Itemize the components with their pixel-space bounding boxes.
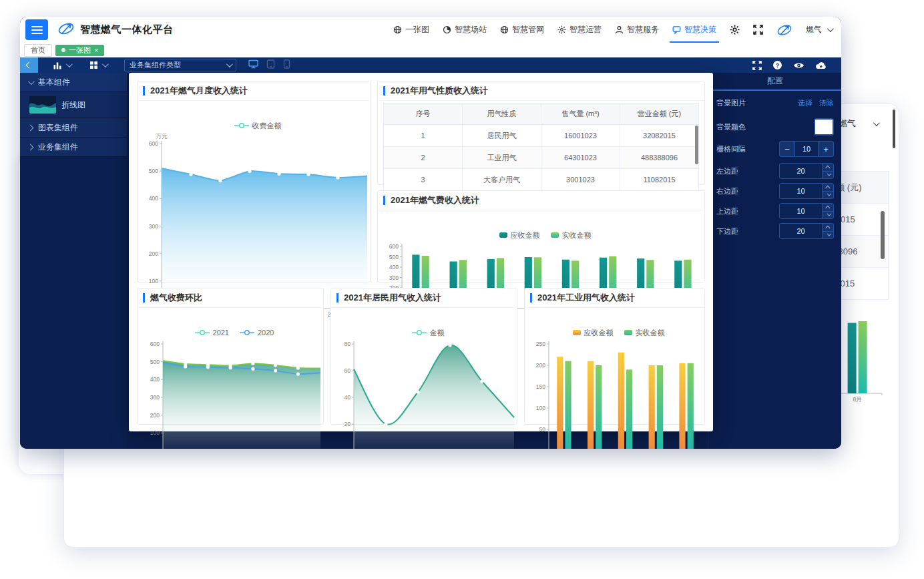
panel-title: 燃气收费环比 — [150, 292, 202, 304]
legend-item[interactable]: 应收金额 — [499, 230, 540, 240]
spin-up-icon[interactable] — [823, 204, 833, 211]
nav-item-operations[interactable]: 智慧运营 — [557, 17, 602, 43]
svg-text:0: 0 — [542, 447, 545, 449]
chart-legend: 20212020 — [142, 327, 327, 339]
usage-type-table: 序号用气性质售气量 (m³)营业金额 (元)1居民用气1600102332082… — [383, 103, 699, 180]
background-user-menu[interactable]: 燃气 — [839, 118, 878, 130]
chart-legend: 应收金额实收金额 — [529, 327, 708, 339]
panel-title: 2021年燃气费收入统计 — [391, 194, 479, 206]
tablet-icon[interactable] — [266, 59, 275, 71]
spin-down-icon[interactable] — [823, 211, 833, 219]
nav-item-service[interactable]: 智慧服务 — [615, 17, 659, 43]
chart-component-menu[interactable] — [53, 61, 71, 70]
legend-item[interactable]: 2020 — [240, 329, 274, 337]
panel-title: 2021年工业用气收入统计 — [537, 292, 635, 304]
accent-bar — [383, 196, 385, 205]
svg-text:400: 400 — [150, 376, 160, 383]
close-icon[interactable]: × — [94, 47, 98, 54]
nav-item-decision[interactable]: 智慧决策 — [672, 17, 716, 43]
bg-image-choose-link[interactable]: 选择 — [798, 98, 813, 108]
svg-text:600: 600 — [389, 243, 399, 250]
panel-industry-income: 2021年工业用气收入统计 应收金额实收金额0501001502002501月2… — [524, 288, 705, 425]
tab-home[interactable]: 首页 — [24, 44, 52, 57]
svg-text:0: 0 — [347, 447, 351, 449]
svg-text:600: 600 — [150, 341, 160, 347]
legend-item[interactable]: 2021 — [176, 547, 210, 548]
spin-down-icon[interactable] — [823, 231, 833, 239]
svg-text:500: 500 — [389, 254, 399, 260]
legend-item[interactable]: 2020 — [222, 547, 256, 548]
accent-bar — [383, 86, 385, 95]
background-table-scrollbar-thumb[interactable] — [881, 211, 885, 259]
cloud-save-icon[interactable] — [815, 61, 827, 69]
plus-button[interactable]: + — [818, 141, 834, 157]
legend-item[interactable]: 2021 — [195, 329, 229, 337]
tab-one-map-active[interactable]: 一张图 × — [55, 45, 104, 56]
user-menu[interactable]: 燃气 — [806, 24, 832, 35]
margin-left-spinner: 20 — [779, 163, 834, 179]
bg-color-swatch[interactable] — [814, 118, 834, 136]
svg-text:300: 300 — [389, 274, 399, 281]
help-icon[interactable]: ? — [772, 60, 782, 70]
config-row-margin-bottom: 下边距 20 — [716, 223, 834, 239]
config-panel: 配置 背景图片 选择 清除 背景颜色 栅格间隔 − 10 + — [708, 73, 841, 449]
sidebar-group-chartset[interactable]: 图表集组件 — [20, 118, 127, 138]
component-type-select[interactable]: 业务集组件类型 — [124, 59, 236, 71]
spin-down-icon[interactable] — [823, 171, 833, 179]
phone-icon[interactable] — [283, 59, 290, 71]
svg-text:0: 0 — [156, 447, 160, 449]
svg-text:20: 20 — [344, 421, 351, 427]
legend-item[interactable]: 收费金额 — [234, 121, 282, 131]
chevron-right-icon — [27, 144, 34, 150]
spin-up-icon[interactable] — [823, 164, 833, 171]
visibility-eye-icon[interactable] — [793, 61, 804, 69]
settings-gear-icon[interactable] — [730, 25, 740, 35]
background-scrollbar-thumb[interactable] — [893, 110, 895, 148]
config-row-margin-top: 上边距 10 — [716, 203, 834, 219]
chevron-down-icon — [827, 25, 834, 32]
nav-item-station[interactable]: 智慧场站 — [443, 17, 487, 43]
editor-toolbar: 业务集组件类型 ? — [20, 57, 841, 73]
table-row: 2工业用气64301023488388096 — [384, 147, 699, 169]
network-globe-icon — [500, 25, 509, 34]
spin-up-icon[interactable] — [823, 184, 833, 191]
grid-gap-value[interactable]: 10 — [795, 141, 818, 157]
operations-gear-icon — [557, 25, 566, 34]
accent-bar — [143, 293, 145, 303]
panel-title: 2021年用气性质收入统计 — [391, 85, 488, 97]
sidebar-group-bizset[interactable]: 业务集组件 — [20, 138, 127, 157]
legend-item[interactable]: 金额 — [412, 328, 445, 338]
svg-text:100: 100 — [150, 429, 160, 436]
accent-bar — [336, 293, 338, 303]
widget-grid-menu[interactable] — [89, 61, 107, 69]
main-nav: 一张图 智慧场站 智慧管网 智慧运营 智慧服务 — [393, 17, 832, 43]
chart-canvas: 01002003004005006000102030405060708 — [142, 339, 327, 449]
background-fee-compare-chart: 2021202001002003004005006000102030405060… — [71, 545, 361, 548]
panel-title: 2021年燃气月度收入统计 — [150, 85, 248, 97]
legend-item[interactable]: 应收金额 — [573, 328, 614, 338]
nav-item-one-map[interactable]: 一张图 — [393, 17, 429, 43]
table-scrollbar-thumb[interactable] — [695, 126, 698, 164]
spin-down-icon[interactable] — [823, 191, 833, 199]
legend-item[interactable]: 实收金额 — [551, 230, 592, 240]
fullscreen-expand-icon[interactable] — [753, 25, 763, 35]
collapse-sidebar-button[interactable] — [20, 57, 38, 73]
menu-hamburger-button[interactable] — [25, 19, 48, 40]
preview-fullscreen-icon[interactable] — [752, 61, 762, 70]
sidebar-item-line-chart[interactable]: 折线图 — [20, 92, 127, 118]
spin-up-icon[interactable] — [823, 224, 833, 231]
accent-bar — [143, 86, 145, 95]
svg-text:200: 200 — [149, 250, 158, 257]
nav-item-network[interactable]: 智慧管网 — [500, 17, 544, 43]
bg-image-clear-link[interactable]: 清除 — [819, 98, 834, 108]
grid-gap-stepper: − 10 + — [779, 141, 834, 157]
station-icon — [443, 25, 451, 34]
legend-item[interactable]: 实收金额 — [624, 328, 665, 338]
minus-button[interactable]: − — [779, 141, 795, 157]
user-brand-logo-icon[interactable] — [776, 22, 792, 38]
device-preview-toggles — [248, 59, 290, 71]
chevron-down-icon — [102, 61, 109, 67]
sidebar-group-basic[interactable]: 基本组件 — [20, 73, 127, 92]
desktop-monitor-icon[interactable] — [248, 59, 258, 71]
config-row-bg-color: 背景颜色 — [716, 118, 834, 136]
